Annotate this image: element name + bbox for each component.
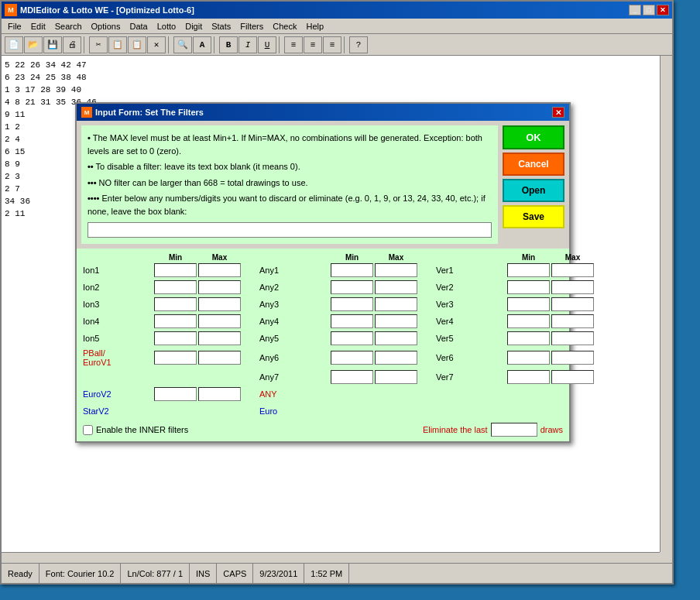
- pball-max[interactable]: [198, 351, 241, 365]
- toolbar-align-right[interactable]: ≡: [323, 36, 341, 53]
- maximize-button[interactable]: □: [643, 5, 655, 15]
- label-ver6: Ver6: [436, 353, 506, 362]
- toolbar-search[interactable]: 🔍: [173, 36, 192, 53]
- toolbar-italic[interactable]: I: [238, 36, 257, 53]
- ver4-min[interactable]: [507, 314, 550, 328]
- menu-stats[interactable]: Stats: [207, 20, 235, 33]
- any7-max[interactable]: [375, 370, 417, 384]
- ok-button[interactable]: OK: [503, 125, 564, 149]
- ion3-max[interactable]: [198, 297, 241, 311]
- menu-digit[interactable]: Digit: [180, 20, 207, 33]
- toolbar-open[interactable]: 📂: [24, 36, 43, 53]
- ver7-max[interactable]: [551, 370, 594, 384]
- toolbar-print[interactable]: 🖨: [63, 36, 81, 53]
- toolbar-underline[interactable]: U: [258, 36, 276, 53]
- toolbar-bold[interactable]: B: [219, 36, 238, 53]
- any1-max[interactable]: [375, 263, 417, 277]
- dialog-content: • The MAX level must be at least Min+1. …: [81, 125, 498, 244]
- ion5-min[interactable]: [154, 331, 197, 345]
- scrollbar-vertical[interactable]: [660, 56, 672, 552]
- ver1-min[interactable]: [507, 263, 550, 277]
- any5-min[interactable]: [331, 331, 373, 345]
- toolbar-help[interactable]: ?: [349, 36, 368, 53]
- any2-min[interactable]: [331, 280, 373, 294]
- ver6-max[interactable]: [551, 351, 594, 365]
- eliminate-label: Eliminate the last: [423, 425, 488, 434]
- filter-textbox[interactable]: [88, 222, 492, 238]
- toolbar-delete[interactable]: ✕: [147, 36, 166, 53]
- status-bar: Ready Font: Courier 10.2 Ln/Col: 877 / 1…: [2, 563, 672, 583]
- toolbar-align-center[interactable]: ≡: [304, 36, 322, 53]
- col-h3-label: [436, 253, 506, 262]
- label-ion1: Ion1: [83, 266, 153, 275]
- col-h1-label: [83, 253, 153, 262]
- save-button[interactable]: Save: [503, 205, 564, 228]
- dialog-title-bar: M Input Form: Set The Filters ✕: [77, 104, 569, 121]
- any1-min[interactable]: [331, 263, 373, 277]
- ver5-min[interactable]: [507, 331, 550, 345]
- ion2-min[interactable]: [154, 280, 197, 294]
- ion4-max[interactable]: [198, 314, 241, 328]
- menu-file[interactable]: File: [3, 20, 26, 33]
- ver4-max[interactable]: [551, 314, 594, 328]
- label-any7: Any7: [259, 372, 329, 382]
- ver2-min[interactable]: [507, 280, 550, 294]
- toolbar-paste[interactable]: 📋: [128, 36, 146, 53]
- menu-edit[interactable]: Edit: [26, 20, 50, 33]
- enable-inner-checkbox[interactable]: [83, 425, 93, 435]
- any5-max[interactable]: [375, 331, 417, 345]
- label-any4: Any4: [259, 317, 329, 326]
- label-any-euro: ANY: [259, 389, 329, 399]
- menu-options[interactable]: Options: [87, 20, 125, 33]
- any6-max[interactable]: [375, 351, 417, 365]
- pball-min[interactable]: [154, 351, 197, 365]
- menu-help[interactable]: Help: [301, 20, 328, 33]
- any3-max[interactable]: [375, 297, 417, 311]
- menu-data[interactable]: Data: [125, 20, 152, 33]
- ion5-max[interactable]: [198, 331, 241, 345]
- minimize-button[interactable]: _: [629, 5, 641, 15]
- ver1-max[interactable]: [551, 263, 594, 277]
- toolbar-new[interactable]: 📄: [5, 36, 23, 53]
- scrollbar-horizontal[interactable]: [2, 552, 660, 563]
- toolbar-cut[interactable]: ✂: [89, 36, 108, 53]
- ion1-min[interactable]: [154, 263, 197, 277]
- any7-min[interactable]: [331, 370, 373, 384]
- status-ins: INS: [190, 564, 217, 583]
- eurov2-max[interactable]: [198, 387, 241, 401]
- open-button[interactable]: Open: [503, 179, 564, 202]
- ver3-min[interactable]: [507, 297, 550, 311]
- col-h3-max: Max: [551, 253, 594, 262]
- ver3-max[interactable]: [551, 297, 594, 311]
- any4-min[interactable]: [331, 314, 373, 328]
- toolbar: 📄 📂 💾 🖨 ✂ 📋 📋 ✕ 🔍 A B I U ≡ ≡ ≡ ?: [2, 34, 672, 56]
- ver6-min[interactable]: [507, 351, 550, 365]
- menu-check[interactable]: Check: [268, 20, 301, 33]
- label-ver7: Ver7: [436, 372, 506, 382]
- close-button[interactable]: ✕: [657, 5, 669, 15]
- any4-max[interactable]: [375, 314, 417, 328]
- toolbar-copy[interactable]: 📋: [108, 36, 127, 53]
- menu-lotto[interactable]: Lotto: [153, 20, 180, 33]
- draws-input[interactable]: [491, 423, 537, 437]
- ion4-min[interactable]: [154, 314, 197, 328]
- menu-search[interactable]: Search: [50, 20, 87, 33]
- cancel-button[interactable]: Cancel: [503, 153, 564, 176]
- dialog-close-button[interactable]: ✕: [552, 107, 564, 118]
- eurov2-min[interactable]: [154, 387, 197, 401]
- toolbar-A[interactable]: A: [193, 36, 211, 53]
- ion3-min[interactable]: [154, 297, 197, 311]
- toolbar-save[interactable]: 💾: [43, 36, 62, 53]
- ver7-min[interactable]: [507, 370, 550, 384]
- label-any5: Any5: [259, 334, 329, 343]
- any3-min[interactable]: [331, 297, 373, 311]
- any6-min[interactable]: [331, 351, 373, 365]
- ion1-max[interactable]: [198, 263, 241, 277]
- menu-filters[interactable]: Filters: [235, 20, 268, 33]
- any2-max[interactable]: [375, 280, 417, 294]
- ver2-max[interactable]: [551, 280, 594, 294]
- toolbar-align-left[interactable]: ≡: [284, 36, 303, 53]
- status-caps: CAPS: [217, 564, 253, 583]
- ion2-max[interactable]: [198, 280, 241, 294]
- ver5-max[interactable]: [551, 331, 594, 345]
